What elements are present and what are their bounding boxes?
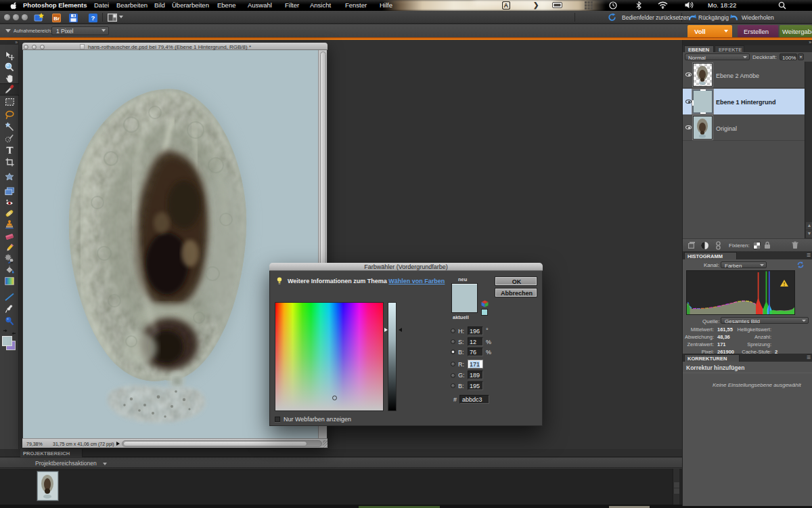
svg-text:?: ?	[91, 14, 95, 22]
svg-text:A: A	[504, 2, 509, 9]
svg-text:Br: Br	[53, 16, 60, 22]
